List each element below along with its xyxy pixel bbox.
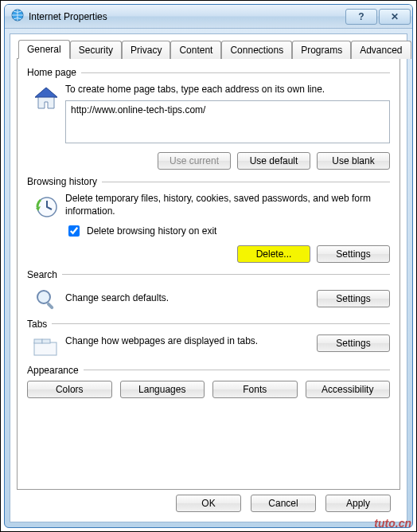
clock-icon xyxy=(27,192,65,262)
client-area: General Security Privacy Content Connect… xyxy=(10,33,407,522)
tab-strip: General Security Privacy Content Connect… xyxy=(18,39,400,58)
use-default-button[interactable]: Use default xyxy=(237,152,310,170)
help-button[interactable]: ? xyxy=(345,9,377,25)
tabs-settings-button[interactable]: Settings xyxy=(317,334,390,352)
house-icon xyxy=(27,83,65,170)
divider xyxy=(102,182,390,182)
checkbox-label: Delete browsing history on exit xyxy=(87,225,216,237)
homepage-url-input[interactable] xyxy=(65,100,390,143)
history-desc: Delete temporary files, history, cookies… xyxy=(65,192,390,217)
delete-on-exit-input[interactable] xyxy=(68,225,80,237)
group-browsing-history: Browsing history xyxy=(27,176,390,262)
divider xyxy=(84,370,390,370)
tab-security[interactable]: Security xyxy=(70,41,122,59)
use-blank-button[interactable]: Use blank xyxy=(317,152,390,170)
group-heading: Search xyxy=(27,269,57,280)
window: Internet Properties ? ✕ General Security… xyxy=(4,4,413,528)
group-homepage: Home page To create home page tabs, type… xyxy=(27,67,390,170)
tab-content[interactable]: Content xyxy=(170,41,221,59)
svg-rect-9 xyxy=(42,339,50,343)
tabs-icon xyxy=(27,334,65,358)
svg-rect-7 xyxy=(34,342,57,355)
homepage-desc: To create home page tabs, type each addr… xyxy=(65,83,390,96)
ok-button[interactable]: OK xyxy=(176,495,241,512)
tab-general[interactable]: General xyxy=(18,40,70,59)
svg-point-5 xyxy=(37,291,50,303)
tab-advanced[interactable]: Advanced xyxy=(351,41,411,59)
group-heading: Tabs xyxy=(27,319,47,330)
accessibility-button[interactable]: Accessibility xyxy=(306,381,391,398)
window-title: Internet Properties xyxy=(29,11,344,22)
divider xyxy=(81,72,390,73)
svg-rect-8 xyxy=(34,339,42,343)
group-tabs: Tabs Change how webpages are di xyxy=(27,319,390,358)
titlebar: Internet Properties ? ✕ xyxy=(5,5,412,29)
svg-rect-6 xyxy=(46,302,54,310)
group-heading: Browsing history xyxy=(27,176,97,187)
close-button[interactable]: ✕ xyxy=(379,9,411,25)
delete-on-exit-checkbox[interactable]: Delete browsing history on exit xyxy=(65,223,390,239)
search-desc: Change search defaults. xyxy=(65,291,317,304)
tab-panel-general: Home page To create home page tabs, type… xyxy=(17,58,400,490)
dialog-footer: OK Cancel Apply xyxy=(17,495,400,515)
tab-connections[interactable]: Connections xyxy=(221,41,292,59)
group-appearance: Appearance Colors Languages Fonts Access… xyxy=(27,365,390,398)
tabs-desc: Change how webpages are displayed in tab… xyxy=(65,334,317,347)
magnifier-icon xyxy=(27,285,65,312)
group-heading: Appearance xyxy=(27,365,79,376)
group-search: Search Change search defaults. Set xyxy=(27,269,390,312)
cancel-button[interactable]: Cancel xyxy=(251,495,316,512)
apply-button[interactable]: Apply xyxy=(325,495,391,512)
divider xyxy=(62,274,390,275)
delete-button[interactable]: Delete... xyxy=(237,245,310,263)
group-heading: Home page xyxy=(27,67,76,78)
tab-programs[interactable]: Programs xyxy=(292,41,351,59)
globe-icon xyxy=(11,9,24,24)
search-settings-button[interactable]: Settings xyxy=(317,290,390,307)
svg-marker-2 xyxy=(35,88,57,97)
languages-button[interactable]: Languages xyxy=(120,381,205,398)
history-settings-button[interactable]: Settings xyxy=(317,245,390,263)
divider xyxy=(52,323,390,324)
tab-privacy[interactable]: Privacy xyxy=(122,41,170,59)
colors-button[interactable]: Colors xyxy=(27,381,112,398)
use-current-button[interactable]: Use current xyxy=(158,152,231,170)
fonts-button[interactable]: Fonts xyxy=(212,381,298,398)
